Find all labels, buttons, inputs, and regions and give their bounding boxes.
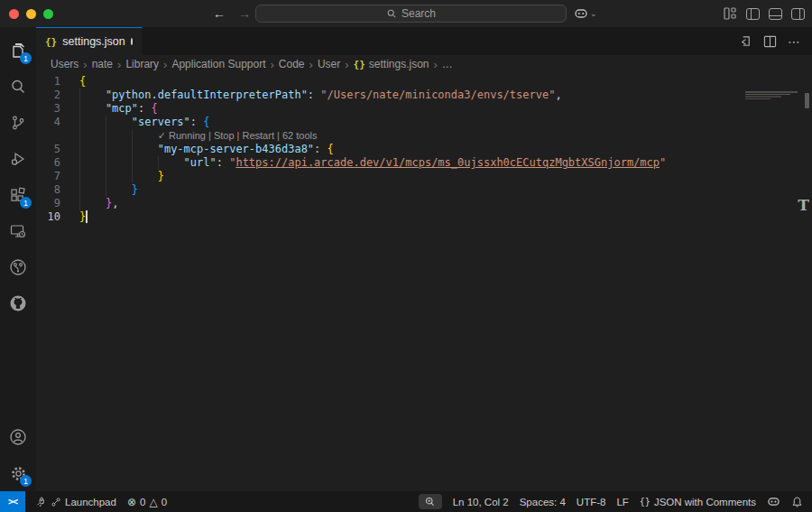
remote-indicator[interactable]: ><: [0, 491, 25, 512]
breadcrumb-file[interactable]: {}settings.json: [354, 58, 429, 70]
line-content: {: [79, 75, 86, 88]
remote-explorer-icon[interactable]: [0, 213, 36, 249]
problems-status-item[interactable]: ⊗ 0 △ 0: [122, 491, 172, 512]
code-line[interactable]: 1{: [36, 75, 812, 88]
code-line[interactable]: 9},: [36, 197, 812, 210]
eol-item[interactable]: LF: [611, 491, 633, 512]
status-bar: >< Launchpad ⊗ 0 △ 0 Ln 10, Col 2 Spaces…: [0, 491, 812, 512]
unsaved-dot-icon[interactable]: [131, 38, 133, 45]
toggle-primary-sidebar-icon[interactable]: [746, 8, 760, 20]
line-number: 5: [36, 143, 79, 156]
breadcrumb-separator-icon: ›: [434, 58, 438, 71]
breadcrumb-separator-icon: ›: [309, 58, 313, 71]
activity-bar: 1 1: [0, 27, 36, 491]
line-number: 6: [36, 156, 79, 170]
code-token: :: [190, 116, 203, 128]
minimize-window-button[interactable]: [26, 9, 36, 19]
code-token: https://api.arcade.dev/v1/mcps/ms_0ujssx…: [235, 156, 660, 169]
breadcrumb-item[interactable]: Application Support: [171, 58, 265, 70]
indent-guide: [106, 143, 106, 156]
breadcrumb-separator-icon: ›: [163, 58, 167, 71]
minimap[interactable]: [745, 91, 799, 99]
code-editor[interactable]: 1{2"python.defaultInterpreterPath": "/Us…: [36, 73, 812, 491]
toggle-panel-icon[interactable]: [769, 8, 782, 20]
breadcrumb[interactable]: Users›nate›Library›Application Support›C…: [36, 55, 812, 73]
link-icon: [51, 497, 61, 507]
search-placeholder: Search: [401, 7, 436, 20]
line-content: },: [79, 197, 118, 210]
code-line[interactable]: 10}: [36, 210, 812, 224]
code-line[interactable]: 5"my-mcp-server-b436d3a8": {: [36, 143, 812, 156]
maximize-window-button[interactable]: [43, 9, 53, 19]
code-token: "my-mcp-server-b436d3a8": [158, 143, 314, 155]
breadcrumb-item[interactable]: Library: [125, 58, 159, 70]
codelens-row[interactable]: ✓ Running | Stop | Restart | 62 tools: [36, 129, 812, 143]
language-mode-item[interactable]: {} JSON with Comments: [634, 491, 761, 512]
line-content: "mcp": {: [79, 102, 158, 116]
settings-gear-icon[interactable]: 1: [0, 455, 36, 491]
line-content: "python.defaultInterpreterPath": "/Users…: [79, 88, 562, 102]
code-line[interactable]: 2"python.defaultInterpreterPath": "/User…: [36, 88, 812, 102]
code-token: "servers": [132, 116, 190, 128]
code-line[interactable]: 3"mcp": {: [36, 102, 812, 116]
code-token: }: [79, 210, 86, 223]
code-line[interactable]: 4"servers": {: [36, 116, 812, 129]
vscode-window: ← → Search ⌄: [0, 0, 812, 512]
indent-guide: [106, 129, 106, 143]
breadcrumb-item[interactable]: User: [318, 58, 340, 70]
code-token: ,: [112, 197, 118, 209]
split-editor-icon[interactable]: [763, 35, 777, 48]
navigate-back-icon[interactable]: ←: [213, 6, 226, 21]
tab-settings-json[interactable]: {} settings.json: [36, 27, 143, 55]
github-icon[interactable]: [0, 285, 36, 321]
indent-guide: [79, 197, 80, 210]
copilot-menu[interactable]: ⌄: [574, 7, 597, 20]
indent-guide: [106, 183, 106, 197]
explorer-icon[interactable]: 1: [0, 33, 36, 69]
breadcrumb-item[interactable]: Users: [51, 58, 78, 70]
indent-guide: [132, 143, 133, 156]
toggle-secondary-sidebar-icon[interactable]: [791, 8, 805, 20]
breadcrumb-trailing: …: [442, 58, 453, 70]
breadcrumb-item[interactable]: nate: [92, 58, 113, 70]
navigate-forward-icon[interactable]: →: [238, 6, 251, 21]
run-debug-icon[interactable]: [0, 141, 36, 177]
code-token: "mcp": [106, 102, 138, 115]
code-line[interactable]: 6"url": "https://api.arcade.dev/v1/mcps/…: [36, 156, 812, 170]
breadcrumb-file-label: settings.json: [369, 58, 429, 70]
code-token: ,: [555, 88, 561, 101]
code-token: {: [151, 102, 157, 115]
mcp-server-codelens[interactable]: ✓ Running | Stop | Restart | 62 tools: [158, 130, 318, 141]
breadcrumb-separator-icon: ›: [345, 58, 348, 71]
zoom-indicator[interactable]: [419, 494, 442, 509]
indent-guide: [106, 170, 106, 183]
search-view-icon[interactable]: [0, 69, 36, 105]
indent-guide: [79, 129, 80, 143]
customize-layout-icon[interactable]: [724, 7, 737, 20]
indentation-item[interactable]: Spaces: 4: [514, 491, 571, 512]
encoding-item[interactable]: UTF-8: [571, 491, 612, 512]
launchpad-status-item[interactable]: Launchpad: [29, 491, 122, 512]
editor-scrollbar[interactable]: [805, 93, 809, 108]
code-token: "python.defaultInterpreterPath": [106, 88, 308, 101]
notifications-bell-icon[interactable]: [786, 491, 812, 512]
error-count: 0: [140, 497, 145, 507]
indent-guide: [158, 156, 159, 170]
pull-requests-icon[interactable]: [0, 249, 36, 285]
settings-badge: 1: [20, 475, 32, 487]
open-changes-icon[interactable]: [739, 34, 752, 48]
breadcrumb-item[interactable]: Code: [279, 58, 305, 70]
code-line[interactable]: 8}: [36, 183, 812, 197]
code-token: :: [308, 88, 320, 101]
cursor-position-item[interactable]: Ln 10, Col 2: [448, 491, 514, 512]
source-control-icon[interactable]: [0, 105, 36, 141]
close-window-button[interactable]: [9, 9, 19, 19]
accounts-icon[interactable]: [0, 419, 36, 455]
code-line[interactable]: 7}: [36, 170, 812, 183]
more-actions-icon[interactable]: ⋯: [788, 34, 801, 49]
extensions-icon[interactable]: 1: [0, 177, 36, 213]
copilot-status-item[interactable]: [761, 491, 786, 512]
indent-guide: [132, 170, 133, 183]
command-center-search[interactable]: Search: [255, 5, 567, 23]
breadcrumb-separator-icon: ›: [271, 58, 274, 71]
